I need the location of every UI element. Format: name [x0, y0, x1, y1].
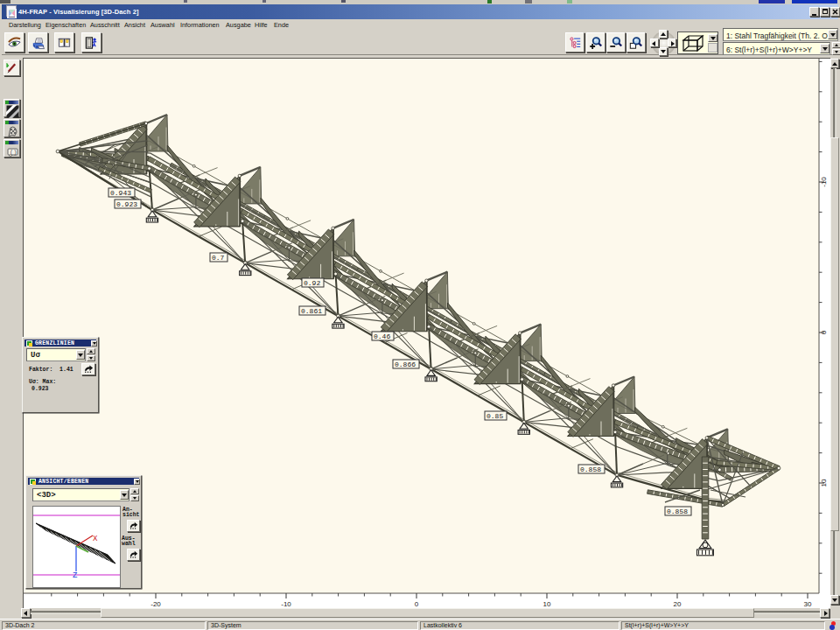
svg-text:0.92: 0.92	[304, 279, 320, 287]
svg-text:0.923: 0.923	[116, 200, 137, 208]
svg-text:Z: Z	[73, 571, 78, 580]
svg-text:0.858: 0.858	[580, 466, 601, 473]
svg-text:0.85: 0.85	[486, 412, 503, 420]
svg-text:0.866: 0.866	[395, 360, 416, 368]
svg-text:0.943: 0.943	[110, 189, 131, 197]
svg-text:10: 10	[543, 600, 551, 608]
svg-text:X: X	[93, 535, 98, 543]
svg-text:-10: -10	[281, 600, 291, 608]
svg-text:0.46: 0.46	[374, 332, 390, 340]
svg-text:30: 30	[804, 600, 812, 608]
svg-text:10: 10	[820, 479, 828, 486]
svg-text:-10: -10	[820, 177, 828, 187]
svg-text:0.858: 0.858	[667, 508, 688, 515]
svg-text:0.7: 0.7	[212, 254, 225, 262]
svg-text:-20: -20	[150, 600, 161, 608]
svg-text:0: 0	[820, 330, 828, 334]
svg-text:0: 0	[415, 600, 419, 608]
svg-text:0.861: 0.861	[301, 307, 322, 315]
svg-text:20: 20	[674, 600, 682, 608]
